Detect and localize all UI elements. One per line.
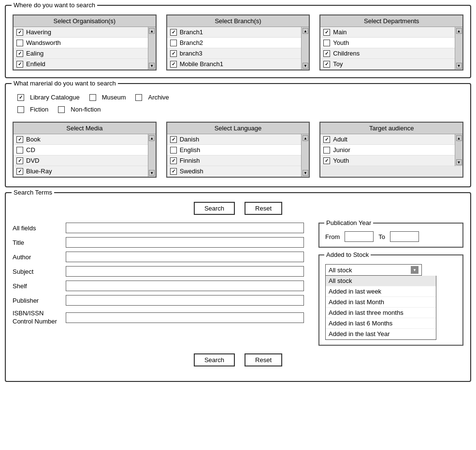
list-item[interactable]: branch3 [167, 48, 302, 59]
dropdown-item-all-stock[interactable]: All stock [326, 276, 436, 286]
checkbox-icon[interactable] [170, 157, 177, 164]
museum-label: Museum [102, 94, 126, 101]
scroll-up-arrow[interactable]: ▲ [303, 135, 308, 141]
list-item[interactable]: Junior [320, 145, 455, 155]
nonfiction-checkbox-row[interactable]: Non-fiction [58, 106, 101, 113]
top-search-button[interactable]: Search [194, 202, 235, 215]
archive-checkbox[interactable] [135, 94, 142, 101]
list-item[interactable]: Mobile Branch1 [167, 59, 302, 70]
list-item[interactable]: Toy [320, 59, 455, 70]
list-item[interactable]: DVD [14, 155, 148, 166]
list-item[interactable]: Youth [320, 155, 455, 166]
scroll-down-arrow[interactable]: ▼ [149, 170, 155, 176]
checkbox-icon[interactable] [16, 157, 23, 164]
checkbox-icon[interactable] [16, 168, 23, 175]
list-item[interactable]: Branch2 [167, 38, 302, 48]
subject-input[interactable] [66, 266, 304, 277]
dropdown-item-last-week[interactable]: Added in last week [326, 286, 436, 297]
list-item[interactable]: Danish [167, 134, 302, 145]
checkbox-icon[interactable] [170, 61, 177, 68]
publisher-input[interactable] [66, 295, 304, 306]
pub-year-to-input[interactable] [390, 231, 419, 242]
scroll-down-arrow[interactable]: ▼ [149, 63, 155, 69]
scroll-down-arrow[interactable]: ▼ [456, 63, 462, 69]
checkbox-icon[interactable] [323, 136, 330, 143]
title-input[interactable] [66, 237, 304, 248]
checkbox-icon[interactable] [323, 50, 330, 57]
checkbox-icon[interactable] [323, 147, 330, 154]
bottom-reset-button[interactable]: Reset [245, 353, 282, 366]
checkbox-icon[interactable] [170, 168, 177, 175]
dropdown-item-last-year[interactable]: Added in the last Year [326, 329, 436, 339]
list-item[interactable]: Wandsworth [14, 38, 148, 48]
all-fields-input[interactable] [66, 223, 304, 233]
scroll-down-arrow[interactable]: ▼ [303, 170, 308, 176]
bottom-search-button[interactable]: Search [194, 353, 235, 366]
list-item[interactable]: Youth [320, 38, 455, 48]
list-item[interactable]: Adult [320, 134, 455, 145]
list-item[interactable]: CD [14, 145, 148, 155]
checkbox-icon[interactable] [323, 29, 330, 36]
scroll-down-arrow[interactable]: ▼ [303, 63, 308, 69]
checkbox-icon[interactable] [323, 40, 330, 46]
archive-checkbox-row[interactable]: Archive [135, 94, 169, 101]
scroll-down-arrow[interactable]: ▼ [456, 159, 462, 165]
list-item[interactable]: Havering [14, 27, 148, 38]
scroll-up-arrow[interactable]: ▲ [303, 28, 308, 34]
list-item[interactable]: Main [320, 27, 455, 38]
item-label: Book [26, 136, 41, 143]
language-listbox: Select Language Danish English Finnish [166, 122, 310, 178]
dropdown-item-last-three-months[interactable]: Added in last three months [326, 308, 436, 318]
isbn-input[interactable] [66, 312, 304, 323]
checkbox-icon[interactable] [16, 136, 23, 143]
checkbox-icon[interactable] [323, 61, 330, 68]
organisations-scrollbar[interactable]: ▲ ▼ [148, 27, 156, 70]
list-item[interactable]: Childrens [320, 48, 455, 59]
list-item[interactable]: Finnish [167, 155, 302, 166]
checkbox-icon[interactable] [170, 136, 177, 143]
list-item[interactable]: Book [14, 134, 148, 145]
dropdown-item-last-month[interactable]: Added in last Month [326, 297, 436, 308]
list-item[interactable]: Branch1 [167, 27, 302, 38]
departments-scrollbar[interactable]: ▲ ▼ [455, 27, 462, 70]
scroll-up-arrow[interactable]: ▲ [149, 135, 155, 141]
checkbox-icon[interactable] [170, 50, 177, 57]
fiction-checkbox[interactable] [17, 106, 24, 113]
scroll-up-arrow[interactable]: ▲ [149, 28, 155, 34]
checkbox-icon[interactable] [170, 147, 177, 154]
checkbox-icon[interactable] [323, 157, 330, 164]
item-label: DVD [26, 157, 39, 164]
library-catalogue-checkbox-row[interactable]: Library Catalogue [17, 94, 80, 101]
dropdown-item-last-6-months[interactable]: Added in last 6 Months [326, 318, 436, 329]
nonfiction-checkbox[interactable] [58, 106, 65, 113]
library-catalogue-checkbox[interactable] [17, 94, 24, 101]
checkbox-icon[interactable] [170, 29, 177, 36]
media-scrollbar[interactable]: ▲ ▼ [148, 134, 156, 177]
item-label: Swedish [180, 168, 203, 175]
checkbox-icon[interactable] [16, 50, 23, 57]
checkbox-icon[interactable] [16, 40, 23, 46]
checkbox-icon[interactable] [16, 61, 23, 68]
added-to-stock-dropdown[interactable]: All stock ▼ [325, 264, 422, 276]
checkbox-icon[interactable] [16, 147, 23, 154]
museum-checkbox[interactable] [89, 94, 96, 101]
list-item[interactable]: Enfield [14, 59, 148, 70]
target-audience-scrollbar[interactable]: ▲ ▼ [455, 134, 462, 166]
museum-checkbox-row[interactable]: Museum [89, 94, 126, 101]
top-reset-button[interactable]: Reset [245, 202, 282, 215]
author-input[interactable] [66, 252, 304, 262]
subject-label: Subject [13, 268, 66, 275]
fiction-checkbox-row[interactable]: Fiction [17, 106, 48, 113]
language-scrollbar[interactable]: ▲ ▼ [301, 134, 309, 177]
list-item[interactable]: Blue-Ray [14, 166, 148, 177]
checkbox-icon[interactable] [170, 40, 177, 46]
list-item[interactable]: Ealing [14, 48, 148, 59]
list-item[interactable]: English [167, 145, 302, 155]
checkbox-icon[interactable] [16, 29, 23, 36]
scroll-up-arrow[interactable]: ▲ [456, 135, 462, 141]
shelf-input[interactable] [66, 281, 304, 291]
pub-year-from-input[interactable] [345, 231, 374, 242]
branches-scrollbar[interactable]: ▲ ▼ [301, 27, 309, 70]
scroll-up-arrow[interactable]: ▲ [456, 28, 462, 34]
list-item[interactable]: Swedish [167, 166, 302, 177]
